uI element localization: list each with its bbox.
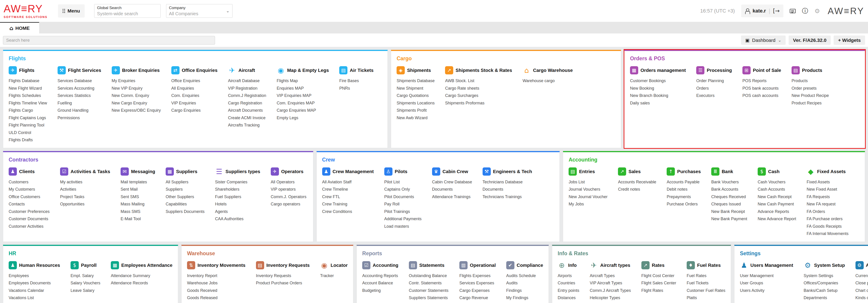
menu-item-project-tasks[interactable]: Project Tasks	[60, 193, 110, 201]
group-header[interactable]: ◈Shipments	[397, 66, 435, 74]
menu-item-daily-sales[interactable]: Daily sales	[630, 99, 686, 107]
menu-item-accounts-payable[interactable]: Accounts Payable	[666, 178, 701, 186]
menu-item-employees-documents[interactable]: Employees Documents	[9, 279, 60, 287]
menu-item-crew-training[interactable]: Crew Training	[322, 201, 374, 208]
menu-item-fuel-rates-uploader[interactable]: Fuel Rates Uploader	[687, 302, 725, 303]
menu-item-flight-sales-center[interactable]: Flight Sales Center	[641, 279, 676, 287]
menu-item-entry-points[interactable]: Entry points	[558, 287, 579, 294]
menu-item-com-enquiries-map[interactable]: Com. Enquiries MAP	[277, 99, 329, 107]
menu-item-flights-schedules[interactable]: Flights Schedules	[9, 92, 47, 99]
menu-item-leave-salary[interactable]: Leave Salary	[70, 287, 100, 294]
menu-item-capabilities[interactable]: Capabilities	[166, 201, 205, 208]
menu-item-advance-reports[interactable]: Advance Reports	[758, 208, 796, 215]
group-header[interactable]: ☑Accounting	[362, 261, 398, 269]
menu-item-new-branch-booking[interactable]: New Branch Booking	[630, 92, 686, 99]
global-search-field[interactable]: Global Search System-wide search	[94, 4, 161, 18]
group-header[interactable]: $Cash	[758, 168, 796, 176]
group-header[interactable]: ✉Messaging	[121, 168, 155, 176]
menu-item-user-groups[interactable]: User Groups	[740, 279, 793, 287]
menu-item-debit-notes[interactable]: Debit notes	[666, 186, 701, 193]
group-header[interactable]: ◉Map & Empty Legs	[277, 66, 329, 74]
menu-item-platts[interactable]: Platts	[687, 294, 725, 302]
group-header[interactable]: ⇅Inventory Movements	[187, 261, 246, 269]
menu-item-jobs-list[interactable]: Jobs List	[568, 178, 608, 186]
menu-item-accounts-receivable[interactable]: Accounts Receivable	[618, 178, 656, 186]
menu-item-customer-documents[interactable]: Customer Documents	[9, 215, 50, 223]
menu-item-my-activities[interactable]: My activities	[60, 178, 110, 186]
menu-item-attendance-summary[interactable]: Attendance Summary	[111, 272, 173, 279]
menu-item-currency-rates[interactable]: Currency Rates	[856, 272, 868, 279]
menu-item-cargo-surcharges[interactable]: Cargo Surcharges	[445, 92, 512, 99]
menu-item-shipments-database[interactable]: Shipments Database	[397, 77, 435, 85]
menu-item-inventory-report[interactable]: Inventory Report	[187, 272, 246, 279]
menu-item-suppliers[interactable]: Suppliers	[166, 186, 205, 193]
menu-item-executors[interactable]: Executors	[696, 92, 732, 99]
group-header[interactable]: ◆Fixed Assets	[807, 168, 848, 176]
menu-item-account-balance[interactable]: Account Balance	[362, 279, 398, 287]
menu-item-vip-enquiries-map[interactable]: VIP Enquiries MAP	[277, 92, 329, 99]
menu-item-product-purchase-orders[interactable]: Product Purchase Orders	[256, 279, 310, 287]
group-header[interactable]: ⚒Flight Services	[58, 66, 101, 74]
menu-item-credit-notes[interactable]: Credit notes	[618, 186, 656, 193]
menu-item-flight-captains-logs[interactable]: Flight Captains Logs	[9, 114, 47, 122]
group-header[interactable]: ✈Flights	[9, 66, 47, 74]
group-header[interactable]: ↗Rates	[641, 261, 676, 269]
menu-item-load-masters[interactable]: Load masters	[384, 223, 422, 230]
menu-item-new-express-obc-enquiry[interactable]: New Express/OBC Enquiry	[112, 107, 161, 114]
group-header[interactable]: ✈Operators	[271, 168, 307, 176]
menu-item-salary-vouchers[interactable]: Salary Vouchers	[70, 279, 100, 287]
group-header[interactable]: ☰Suppliers types	[215, 168, 260, 176]
menu-item-documents[interactable]: Documents	[432, 186, 472, 193]
group-header[interactable]: ✈Aircraft	[228, 66, 266, 74]
menu-item-new-booking[interactable]: New Booking	[630, 85, 686, 92]
menu-item-customer-activities[interactable]: Customer Activities	[9, 223, 50, 230]
menu-item-locations-stations[interactable]: Locations/Stations	[804, 302, 845, 303]
menu-item-customer-preferences[interactable]: Customer Preferences	[9, 208, 50, 215]
group-header[interactable]: ☰Processing	[696, 66, 732, 74]
group-header[interactable]: ♛Cabin Crew	[432, 168, 472, 176]
menu-item-flights-map[interactable]: Flights Map	[277, 77, 329, 85]
group-header[interactable]: ▤Entries	[568, 168, 608, 176]
menu-item-services-expenses[interactable]: Services Expenses	[459, 279, 496, 287]
menu-item-bank-accounts[interactable]: Bank Accounts	[711, 186, 747, 193]
menu-item-flights-drafts[interactable]: Flights Drafts	[9, 136, 47, 144]
group-header[interactable]: ⊕Info	[558, 261, 579, 269]
menu-item-flights-database[interactable]: Flights Database	[9, 77, 47, 85]
menu-item-office-customers[interactable]: Office Customers	[9, 193, 50, 201]
menu-item-warehouse-jobs[interactable]: Warehouse Jobs	[187, 279, 246, 287]
menu-item-my-findings[interactable]: My Findings	[506, 294, 543, 302]
menu-item-documents[interactable]: Documents	[483, 186, 532, 193]
info-icon[interactable]: ⓘ	[802, 7, 808, 15]
menu-item-helicopter-types[interactable]: Helicopter Types	[590, 294, 631, 302]
group-header[interactable]: ⌂Cargo Warehouse	[523, 66, 573, 74]
menu-item-chart-of-accounts[interactable]: Chart of Accounts	[856, 287, 868, 294]
menu-item-kinds-of-transactions[interactable]: Kinds of Transactions	[856, 294, 868, 302]
menu-item-audits-schedule[interactable]: Audits Schedule	[506, 272, 543, 279]
menu-item-flights-cargo[interactable]: Flights Cargo	[9, 107, 47, 114]
menu-item-fuel-tickets[interactable]: Fuel Tickets	[687, 279, 725, 287]
menu-item-goods-internal-transfer[interactable]: Goods Internal Transfer	[187, 302, 246, 303]
menu-item-fa-orders[interactable]: FA Orders	[807, 208, 848, 215]
menu-item-my-enquiries[interactable]: My Enquiries	[112, 77, 161, 85]
menu-item-cabin-crew-database[interactable]: Cabin Crew Database	[432, 178, 472, 186]
menu-item-technicians-database[interactable]: Technicians Database	[483, 178, 532, 186]
group-header[interactable]: ▦Suppliers	[166, 168, 205, 176]
menu-item-purchase-orders[interactable]: Purchase Orders	[666, 201, 701, 208]
menu-item-vip-enquiries[interactable]: VIP Enquiries	[171, 99, 218, 107]
menu-button[interactable]: Menu	[58, 4, 85, 18]
menu-item-ground-handling[interactable]: Ground Handling	[58, 107, 101, 114]
menu-item-shareholders[interactable]: Shareholders	[215, 186, 260, 193]
menu-item-fa-purchase-orders[interactable]: FA Purchase orders	[807, 215, 848, 223]
menu-item-mass-mailing[interactable]: Mass Mailing	[121, 201, 155, 208]
menu-item-activities[interactable]: Activities	[60, 186, 110, 193]
menu-item-vacations-list[interactable]: Vacations List	[9, 294, 60, 302]
menu-item-caa-authorities[interactable]: CAA Authorities	[215, 215, 260, 223]
company-select[interactable]: Company All Companies ⌄	[166, 4, 232, 18]
menu-item-com-enquiries[interactable]: Com. Enquiries	[171, 92, 218, 99]
group-header[interactable]: ↗Shipments Stock & Rates	[445, 66, 512, 74]
menu-item-aircraft-database[interactable]: Aircraft Database	[228, 77, 266, 85]
menu-item-agents[interactable]: Agents	[215, 208, 260, 215]
menu-item-new-fa-request[interactable]: New FA request	[807, 201, 848, 208]
menu-item-cargo-registration[interactable]: Cargo Registration	[228, 99, 266, 107]
menu-item-fuel-rates[interactable]: Fuel Rates	[687, 272, 725, 279]
